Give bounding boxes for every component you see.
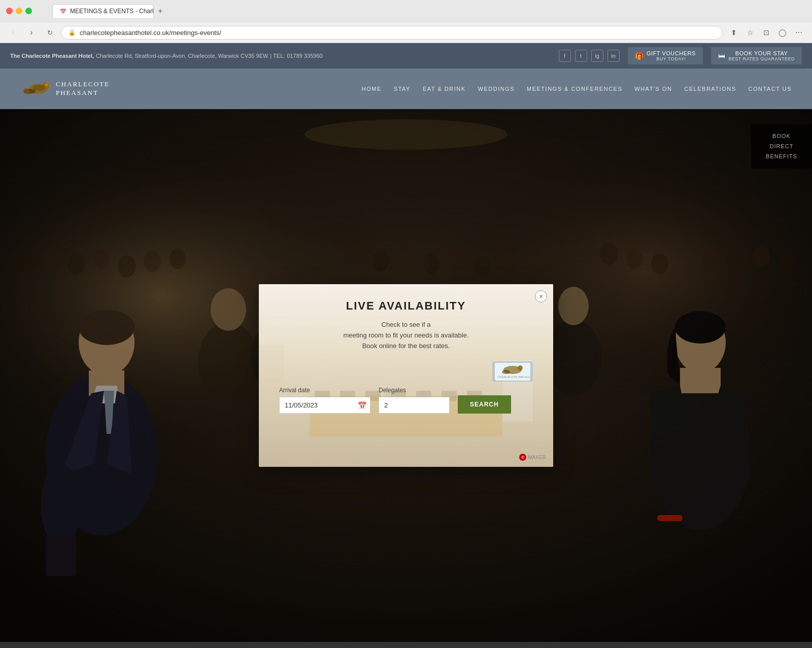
address-bar[interactable]: 🔒 charlecotepheasanthotel.co.uk/meetings… [61,26,723,40]
arrival-date-group: Arrival date 📅 [279,387,370,414]
svg-point-75 [521,366,522,368]
delegates-input[interactable] [379,397,450,414]
logo-bird [20,74,51,104]
hotel-name: The Charlecote Pheasant Hotel, [10,53,94,59]
forward-btn[interactable]: › [24,25,39,40]
nav-whats-on[interactable]: WHAT'S ON [634,84,672,94]
facebook-icon[interactable]: f [559,50,571,62]
search-btn[interactable]: SEARCH [458,395,511,414]
maker-icon: © [519,454,526,461]
hero-section: BOOK DIRECT BENEFITS [0,109,812,642]
svg-text:CHARLECOTE PHEASANT: CHARLECOTE PHEASANT [497,376,530,379]
window-controls [6,8,32,14]
availability-form: Arrival date 📅 Delegates SEARCH [279,387,533,414]
top-right-actions: f t ig in 🎁 GIFT VOUCHERS Buy Today! 🛏 B… [559,47,802,64]
website: The Charlecote Pheasant Hotel, Charlecot… [0,43,812,642]
new-tab-btn[interactable]: + [154,5,166,18]
nav-weddings[interactable]: WEDDINGS [478,84,515,94]
tab-title: MEETINGS & EVENTS - Charl... [70,8,154,15]
nav-meetings[interactable]: MEETINGS & CONFERENCES [527,84,622,94]
maker-label: MAKER [528,455,546,460]
gift-vouchers-sublabel: Buy Today! [647,56,696,61]
nav-eat-drink[interactable]: EAT & DRINK [423,84,466,94]
browser-window: 📅 MEETINGS & EVENTS - Charl... ✕ + ‹ › ↻… [0,0,812,642]
share-btn[interactable]: ⬆ [727,25,741,40]
arrival-date-label: Arrival date [279,387,370,394]
modal-close-btn[interactable]: × [535,290,547,302]
refresh-btn[interactable]: ↻ [43,25,57,40]
nav-stay[interactable]: STAY [394,84,411,94]
bookmark-btn[interactable]: ☆ [743,25,757,40]
browser-action-buttons: ⬆ ☆ ⊡ ◯ ⋯ [727,25,806,40]
book-stay-label: BOOK YOUR STAY [735,50,788,56]
gift-icon: 🎁 [635,52,644,60]
site-header: CHARLECOTE PHEASANT HOME STAY EAT & DRIN… [0,69,812,109]
tel-number: 01789 335960 [287,53,322,59]
nav-contact-us[interactable]: CONTACT US [749,84,792,94]
logo-text: CHARLECOTE PHEASANT [56,80,110,97]
main-nav: HOME STAY EAT & DRINK WEDDINGS MEETINGS … [362,84,792,94]
tab-favicon: 📅 [60,9,66,14]
modal-description: Check to see if a meeting room to fit yo… [279,320,533,351]
social-icons: f t ig in [559,50,620,62]
maker-badge: © MAKER [519,454,546,461]
address-text: charlecotepheasanthotel.co.uk/meetings-e… [80,29,715,37]
gift-vouchers-label: GIFT VOUCHERS [647,50,696,56]
active-tab[interactable]: 📅 MEETINGS & EVENTS - Charl... ✕ [52,4,154,18]
hotel-info: The Charlecote Pheasant Hotel, Charlecot… [10,53,323,59]
gift-vouchers-btn[interactable]: 🎁 GIFT VOUCHERS Buy Today! [628,47,703,64]
bed-icon: 🛏 [718,52,726,60]
availability-modal: × LIVE AVAILABILITY Check to see if a me… [259,284,553,467]
close-window-btn[interactable] [6,8,13,14]
book-stay-btn[interactable]: 🛏 BOOK YOUR STAY Best Rates Guaranteed [711,47,802,64]
nav-celebrations[interactable]: CELEBRATIONS [684,84,736,94]
delegates-label: Delegates [379,387,450,394]
site-logo: CHARLECOTE PHEASANT [20,74,110,104]
minimize-window-btn[interactable] [16,8,22,14]
arrival-date-input-wrapper: 📅 [279,397,370,414]
modal-logo-area: CHARLECOTE PHEASANT [279,361,533,382]
security-icon: 🔒 [69,29,76,36]
calendar-icon: 📅 [358,401,366,410]
modal-content: LIVE AVAILABILITY Check to see if a meet… [259,284,553,429]
sidebar-btn[interactable]: ⊡ [759,25,773,40]
account-btn[interactable]: ◯ [775,25,790,40]
linkedin-icon[interactable]: in [607,50,620,62]
svg-point-74 [502,370,510,374]
browser-toolbar: ‹ › ↻ 🔒 charlecotepheasanthotel.co.uk/me… [0,22,812,43]
browser-tabs: 📅 MEETINGS & EVENTS - Charl... ✕ + [46,4,806,18]
svg-point-73 [518,365,523,370]
back-btn[interactable]: ‹ [6,25,20,40]
maximize-window-btn[interactable] [25,8,32,14]
modal-title: LIVE AVAILABILITY [279,299,533,313]
hotel-address: Charlecote Rd, Stratford-upon-Avon, Char… [96,53,268,59]
modal-overlay: × LIVE AVAILABILITY Check to see if a me… [0,109,812,642]
book-stay-sublabel: Best Rates Guaranteed [728,56,795,61]
twitter-icon[interactable]: t [575,50,587,62]
instagram-icon[interactable]: ig [591,50,603,62]
tel-label: | TEL: [270,53,285,59]
svg-point-5 [33,85,45,91]
arrival-date-input[interactable] [279,397,370,414]
nav-home[interactable]: HOME [362,84,382,94]
menu-btn[interactable]: ⋯ [792,25,806,40]
delegates-group: Delegates [379,387,450,414]
svg-point-4 [47,84,48,85]
top-info-bar: The Charlecote Pheasant Hotel, Charlecot… [0,43,812,69]
modal-logo: CHARLECOTE PHEASANT [492,361,533,382]
